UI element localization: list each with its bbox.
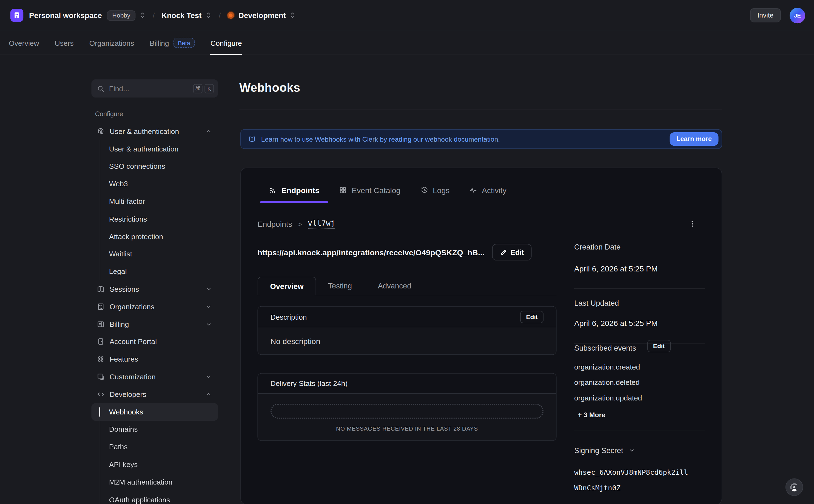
- sidebar-item-organizations[interactable]: Organizations: [91, 298, 218, 315]
- subscribed-event: organization.deleted: [574, 378, 640, 386]
- user-button-float[interactable]: [786, 478, 803, 496]
- history-clock-icon: [420, 186, 428, 194]
- creation-date-value: April 6, 2026 at 5:25 PM: [574, 264, 658, 273]
- search-icon: [97, 85, 104, 92]
- sidebar-item-waitlist[interactable]: Waitlist: [91, 245, 218, 263]
- edit-events-button[interactable]: Edit: [647, 340, 671, 352]
- sidebar-item-m2m-authentication[interactable]: M2M authentication: [91, 473, 218, 491]
- page-title: Webhooks: [239, 81, 300, 95]
- breadcrumb-slash: /: [219, 11, 221, 20]
- tab-overview[interactable]: Overview: [257, 277, 316, 295]
- more-events-button[interactable]: + 3 More: [578, 411, 606, 419]
- edit-url-button[interactable]: Edit: [492, 244, 532, 260]
- command-key-icon: ⌘: [193, 84, 202, 93]
- pencil-icon: [500, 249, 507, 256]
- sidebar-item-sessions[interactable]: Sessions: [91, 280, 218, 298]
- sidebar-item-web3[interactable]: Web3: [91, 175, 218, 193]
- plan-badge: Hobby: [107, 10, 136, 21]
- subscribed-events-label: Subscribed events: [574, 344, 636, 352]
- signing-secret-toggle[interactable]: Signing Secret: [574, 446, 635, 454]
- sidebar-item-paths[interactable]: Paths: [91, 438, 218, 456]
- fingerprint-icon: [96, 127, 105, 135]
- description-panel-header: Description Edit: [258, 307, 556, 327]
- open-book-icon: [248, 135, 256, 143]
- docs-banner: Learn how to use Webhooks with Clerk by …: [240, 129, 722, 149]
- tab-event-catalog[interactable]: Event Catalog: [330, 181, 409, 199]
- banner-text[interactable]: Learn how to use Webhooks with Clerk by …: [261, 135, 500, 143]
- sidebar-item-sso-connections[interactable]: SSO connections: [91, 157, 218, 175]
- sidebar-item-multi-factor[interactable]: Multi-factor: [91, 193, 218, 210]
- building-icon: [96, 302, 105, 311]
- signing-secret-value-line1: whsec_6AXonVJ8mNP8cd6pk2ill: [574, 468, 688, 476]
- delivery-stats-body: NO MESSAGES RECEIVED IN THE LAST 28 DAYS: [258, 394, 556, 440]
- rss-icon: [269, 186, 276, 194]
- breadcrumb-endpoint-id[interactable]: vll7wj: [308, 219, 335, 229]
- signing-secret-label: Signing Secret: [574, 446, 623, 454]
- chevron-up-icon: [205, 391, 212, 397]
- edit-description-button[interactable]: Edit: [521, 311, 544, 323]
- sidebar-item-user-authentication-group[interactable]: User & authentication: [91, 122, 218, 140]
- chevron-down-icon: [205, 321, 212, 327]
- sidebar-item-attack-protection[interactable]: Attack protection: [91, 228, 218, 245]
- description-title: Description: [270, 313, 307, 321]
- nav-tab-configure[interactable]: Configure: [210, 31, 242, 55]
- delivery-stats-title: Delivery Stats (last 24h): [270, 379, 347, 388]
- user-avatar[interactable]: JE: [790, 7, 805, 23]
- sessions-icon: [96, 285, 105, 293]
- delivery-stats-empty-text: NO MESSAGES RECEIVED IN THE LAST 28 DAYS: [270, 425, 544, 432]
- invite-button[interactable]: Invite: [750, 8, 781, 22]
- description-empty-text: No description: [270, 336, 320, 345]
- chevron-down-icon: [205, 286, 212, 292]
- tab-testing[interactable]: Testing: [324, 277, 356, 295]
- sidebar-item-customization[interactable]: Customization: [91, 368, 218, 385]
- tab-activity[interactable]: Activity: [461, 181, 515, 199]
- code-brackets-icon: [96, 390, 105, 398]
- nav-tab-billing[interactable]: BillingBeta: [150, 31, 195, 55]
- kebab-menu-icon[interactable]: [686, 218, 698, 230]
- nav-tab-organizations[interactable]: Organizations: [89, 31, 134, 55]
- sidebar-item-webhooks[interactable]: Webhooks: [91, 403, 218, 420]
- breadcrumb-endpoints-link[interactable]: Endpoints: [257, 219, 292, 228]
- chevron-up-icon: [205, 128, 212, 134]
- sidebar-item-oauth-applications[interactable]: OAuth applications: [91, 491, 218, 504]
- sidebar-item-account-portal[interactable]: Account Portal: [91, 333, 218, 350]
- sidebar-item-api-keys[interactable]: API keys: [91, 456, 218, 473]
- subscribed-event: organization.updated: [574, 394, 642, 402]
- invoice-icon: [96, 320, 105, 328]
- sidebar-item-user-authentication[interactable]: User & authentication: [91, 140, 218, 157]
- endpoint-breadcrumb: Endpoints > vll7wj: [257, 218, 698, 230]
- endpoint-url-row: https://api.knock.app/integrations/recei…: [257, 244, 532, 260]
- learn-more-button[interactable]: Learn more: [670, 132, 718, 146]
- project-name[interactable]: Knock Test: [161, 11, 201, 19]
- breadcrumb-chevron: >: [298, 220, 302, 228]
- instance-name[interactable]: Development: [238, 11, 285, 19]
- meta-divider: [574, 288, 705, 289]
- grid-icon: [339, 186, 347, 194]
- workspace-name[interactable]: Personal workspace: [29, 11, 102, 19]
- project-switcher-chevrons-icon[interactable]: [205, 12, 212, 19]
- sidebar-item-legal[interactable]: Legal: [91, 263, 218, 280]
- clerk-logo[interactable]: [10, 9, 23, 22]
- tab-advanced[interactable]: Advanced: [373, 277, 416, 295]
- app-window: Personal workspace Hobby / Knock Test / …: [0, 0, 814, 504]
- sidebar-item-features[interactable]: Features: [91, 350, 218, 368]
- tab-endpoints[interactable]: Endpoints: [260, 181, 328, 199]
- search-placeholder: Find...: [109, 84, 191, 93]
- nav-tab-users[interactable]: Users: [55, 31, 74, 55]
- delivery-stats-header: Delivery Stats (last 24h): [258, 374, 556, 394]
- sidebar-item-billing[interactable]: Billing: [91, 315, 218, 333]
- breadcrumb-slash: /: [153, 11, 155, 20]
- customization-icon: [96, 373, 105, 381]
- search-input[interactable]: Find... ⌘ K: [91, 79, 218, 98]
- sidebar-item-restrictions[interactable]: Restrictions: [91, 210, 218, 228]
- tab-logs[interactable]: Logs: [412, 181, 458, 199]
- instance-switcher-chevrons-icon[interactable]: [289, 12, 296, 19]
- sidebar-item-domains[interactable]: Domains: [91, 420, 218, 438]
- subscribed-event: organization.created: [574, 363, 640, 371]
- workspace-switcher-chevrons-icon[interactable]: [139, 12, 146, 19]
- k-key-icon: K: [204, 84, 214, 93]
- chevron-down-icon: [205, 374, 212, 380]
- nav-tab-overview[interactable]: Overview: [9, 31, 39, 55]
- person-arc-icon: [789, 482, 800, 493]
- sidebar-item-developers-group[interactable]: Developers: [91, 385, 218, 403]
